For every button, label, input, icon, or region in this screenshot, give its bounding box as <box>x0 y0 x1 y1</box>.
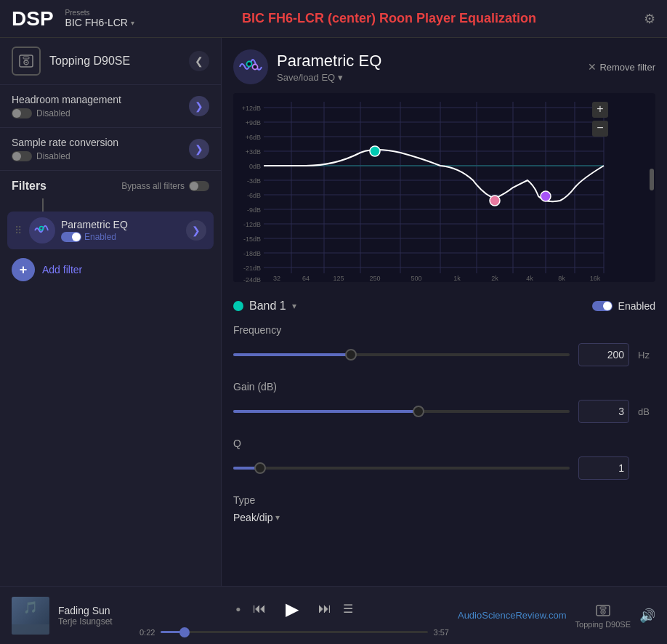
filter-enabled-toggle[interactable] <box>61 232 81 242</box>
add-filter-button[interactable]: + <box>12 258 35 281</box>
eq-header: Parametric EQ Save/load EQ ▾ ✕ Remove fi… <box>233 49 655 84</box>
svg-rect-3 <box>23 57 29 59</box>
eq-graph-svg: +12dB +9dB +6dB +3dB 0dB -3dB -6dB -9dB … <box>233 93 611 282</box>
svg-text:-9dB: -9dB <box>247 206 261 214</box>
svg-text:16k: 16k <box>590 275 601 282</box>
back-button[interactable]: ❮ <box>189 51 209 71</box>
band-enabled-area: Enabled <box>592 300 655 312</box>
time-current: 0:22 <box>140 628 155 637</box>
right-panel: Parametric EQ Save/load EQ ▾ ✕ Remove fi… <box>222 38 667 586</box>
svg-text:32: 32 <box>273 275 280 282</box>
volume-icon[interactable]: 🔊 <box>639 608 655 624</box>
gain-label: Gain (dB) <box>233 381 655 393</box>
type-value: Peak/dip <box>233 512 272 523</box>
preset-selector[interactable]: BIC FH6-LCR ▾ <box>65 17 134 28</box>
svg-text:1k: 1k <box>453 275 461 282</box>
output-device-name: Topping D90SE <box>575 620 631 629</box>
graph-scrollbar[interactable] <box>650 169 654 190</box>
type-row: Type Peak/dip ▾ <box>233 494 655 523</box>
headroom-toggle[interactable] <box>12 108 32 118</box>
main-content: Topping D90SE ❮ Headroom management Disa… <box>0 38 667 586</box>
band-area: Band 1 ▾ Enabled Frequency 200 Hz <box>233 294 655 529</box>
play-button[interactable]: ▶ <box>278 595 307 624</box>
progress-thumb[interactable] <box>179 627 190 637</box>
bypass-toggle[interactable] <box>189 181 209 191</box>
queue-button[interactable]: ☰ <box>343 602 353 616</box>
remove-x-icon: ✕ <box>588 61 597 73</box>
band-dot <box>233 301 243 311</box>
page-title: BIC FH6-LCR (center) Roon Player Equaliz… <box>134 11 644 26</box>
sample-rate-toggle[interactable] <box>12 151 32 161</box>
sample-rate-status: Disabled <box>36 151 70 161</box>
q-label: Q <box>233 438 655 449</box>
filters-header: Filters Bypass all filters <box>0 171 221 198</box>
svg-text:-15dB: -15dB <box>243 236 261 243</box>
q-slider[interactable] <box>233 467 570 470</box>
remove-filter-button[interactable]: ✕ Remove filter <box>588 61 655 73</box>
svg-point-55 <box>490 196 500 206</box>
add-filter-row[interactable]: + Add filter <box>0 252 221 287</box>
svg-point-56 <box>541 191 551 201</box>
band-dropdown-icon: ▾ <box>292 301 296 311</box>
player-bar: 🎵 Fading Sun Terje Isungset ● ⏮ ▶ ⏭ ☰ 0:… <box>0 586 667 644</box>
track-info: Fading Sun Terje Isungset <box>58 605 131 627</box>
progress-bar[interactable] <box>161 631 427 633</box>
svg-text:4k: 4k <box>526 275 533 282</box>
svg-text:8k: 8k <box>558 275 565 282</box>
dsp-title: DSP <box>12 7 54 31</box>
sample-rate-item: Sample rate conversion Disabled ❯ <box>0 128 221 171</box>
gain-unit: dB <box>638 406 655 417</box>
preset-area: Presets BIC FH6-LCR ▾ <box>65 9 134 28</box>
headroom-management-item: Headroom management Disabled ❯ <box>0 85 221 128</box>
frequency-input[interactable]: 200 <box>578 343 629 366</box>
headroom-nav-button[interactable]: ❯ <box>189 96 209 116</box>
eq-icon <box>233 49 268 84</box>
q-input[interactable]: 1 <box>578 456 629 480</box>
svg-text:2k: 2k <box>491 275 498 282</box>
filter-nav-button[interactable]: ❯ <box>186 220 206 241</box>
gain-slider[interactable] <box>233 410 570 413</box>
parametric-eq-filter[interactable]: ⠿ Parametric EQ Enabled ❯ <box>7 212 214 249</box>
frequency-slider[interactable] <box>233 353 570 356</box>
bypass-label: Bypass all filters <box>121 181 185 191</box>
top-bar: DSP Presets BIC FH6-LCR ▾ BIC FH6-LCR (c… <box>0 0 667 38</box>
prev-button[interactable]: ⏮ <box>253 601 266 616</box>
left-panel: Topping D90SE ❮ Headroom management Disa… <box>0 38 222 586</box>
drag-handle-icon[interactable]: ⠿ <box>15 225 22 236</box>
headroom-status: Disabled <box>36 108 70 118</box>
gain-input[interactable]: 3 <box>578 400 629 423</box>
track-artist: Terje Isungset <box>58 616 131 627</box>
type-label: Type <box>233 494 655 506</box>
sample-rate-label: Sample rate conversion <box>12 137 118 148</box>
gear-icon[interactable]: ⚙ <box>644 11 655 27</box>
band-selector[interactable]: Band 1 ▾ <box>233 299 296 313</box>
next-button[interactable]: ⏭ <box>318 601 331 616</box>
svg-text:250: 250 <box>369 275 380 282</box>
frequency-unit: Hz <box>638 350 655 361</box>
right-player-area: Topping D90SE 🔊 <box>575 603 655 629</box>
svg-text:🎵: 🎵 <box>23 600 38 614</box>
svg-text:-18dB: -18dB <box>243 250 261 257</box>
svg-text:−: − <box>597 121 603 134</box>
svg-rect-62 <box>12 624 49 635</box>
svg-point-66 <box>602 611 604 613</box>
device-name: Topping D90SE <box>49 55 189 68</box>
save-load-button[interactable]: Save/load EQ ▾ <box>277 72 588 83</box>
type-selector[interactable]: Peak/dip ▾ <box>233 512 655 523</box>
album-art-svg: 🎵 <box>12 597 49 635</box>
svg-point-5 <box>247 62 252 67</box>
svg-text:-12dB: -12dB <box>243 221 261 228</box>
frequency-row: Frequency 200 Hz <box>233 324 655 366</box>
svg-text:+12dB: +12dB <box>242 105 261 112</box>
output-device-area: Topping D90SE <box>575 603 631 629</box>
device-icon <box>12 47 41 76</box>
svg-text:+: + <box>597 102 603 115</box>
svg-point-2 <box>25 62 27 63</box>
eq-graph[interactable]: +12dB +9dB +6dB +3dB 0dB -3dB -6dB -9dB … <box>233 93 655 282</box>
svg-rect-67 <box>600 607 606 609</box>
sample-rate-nav-button[interactable]: ❯ <box>189 139 209 159</box>
svg-text:0dB: 0dB <box>249 163 261 170</box>
gain-row: Gain (dB) 3 dB <box>233 381 655 423</box>
band-enabled-toggle[interactable] <box>592 301 613 311</box>
svg-point-4 <box>40 227 44 230</box>
